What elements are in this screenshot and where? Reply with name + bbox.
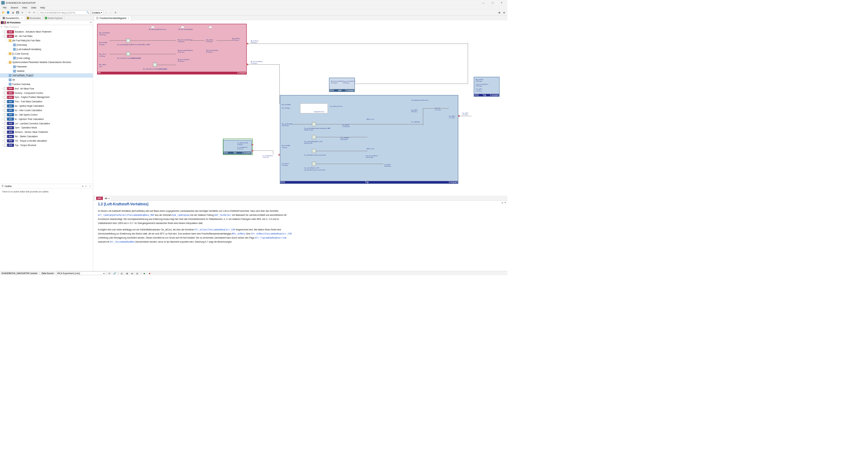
twisty-icon[interactable]: › [1,144,4,146]
grid1-icon[interactable]: ▥ [120,272,123,275]
print-icon[interactable]: 🖶 [11,11,15,15]
menu-view[interactable]: View [20,6,29,9]
tree-item[interactable]: ›EHAEpm - Engine Position Management [0,95,93,100]
tree-item[interactable]: Afr [0,78,93,82]
tree-item[interactable]: [Luft-Kraftstoff-Verhältnis] [0,47,93,52]
checkbox[interactable] [4,100,7,103]
lookup-block[interactable] [126,52,130,56]
close-button[interactable]: ✕ [497,0,506,5]
tqs2-block[interactable]: EH2TqsCompact Afr_facRatio 0.870 grav Tq… [474,77,499,97]
scroll-up-icon[interactable]: ▲ [501,202,503,204]
diagram-canvas[interactable]: AfrCompact Eps_rpmEngSpd 231.00 rpm Afr_… [93,20,508,196]
tree-item[interactable]: AirFuelRatio_Project [0,73,93,78]
tree-item[interactable]: ›EH2Sensors - Sensor Value Treatment [0,130,93,134]
tab-bookmarks[interactable]: Bookmarks [25,16,42,20]
unit-block[interactable]: EH1unitCompact Afr_facLambdaReq 0.124 gr… [329,78,355,92]
checkbox[interactable] [4,87,7,90]
tab-afr-doc[interactable]: EHA Afr × [94,196,112,200]
twisty-icon[interactable]: › [1,118,4,120]
twisty-icon[interactable]: › [1,114,4,116]
twisty-icon[interactable]: › [1,109,4,111]
close-tab-icon[interactable]: × [128,17,129,19]
lookup-block[interactable] [312,122,316,126]
link-icon[interactable]: 🔗 [113,272,116,275]
tree-item[interactable]: ⌄Systemconstant-Parameter-Variable-Class… [0,60,93,65]
search-mode-combo[interactable]: Contains ▾ [91,11,103,15]
lookup-block[interactable] [312,135,316,139]
close-tab-icon[interactable]: × [21,17,23,19]
tqs-block[interactable]: EH2TqsCompact EngSpedControl Tqs_tqSearc… [280,95,458,184]
twisty-icon[interactable]: › [1,87,4,90]
grid3-icon[interactable]: ▤ [131,272,134,275]
forward-icon[interactable]: ⟳ [32,11,36,15]
minimize-icon[interactable]: ▭ [85,185,87,187]
scroll-down-icon[interactable]: ▼ [504,202,506,204]
filter-row[interactable]: ⧨ Filter Functions [0,25,93,29]
checkbox[interactable] [4,122,7,125]
checkbox[interactable] [4,140,7,142]
twisty-icon[interactable]: ⌄ [5,61,8,64]
checkbox[interactable] [4,113,7,116]
search-icon[interactable]: 🔍 [86,11,89,14]
maximize-button[interactable]: ▢ [488,0,497,5]
checkbox[interactable] [4,131,7,134]
play-icon[interactable]: ▶ [143,272,146,275]
tree-item[interactable]: ›EH1Isc - Idle Speed Control [0,112,93,117]
tree-item[interactable]: ›EHADummy - Component Control [0,91,93,95]
afr-block[interactable]: AfrCompact Eps_rpmEngSpd 231.00 rpm Afr_… [97,24,246,75]
tree-item[interactable]: ›EH2Stc - Starter Calculation [0,134,93,139]
tree-item[interactable]: ›EH2Opm - Operation Mode [0,126,93,130]
grid2-icon[interactable]: ▦ [125,272,129,275]
tab-model-explorer[interactable]: Model Explorer [43,16,64,20]
tree-item[interactable]: ›EH1Itc - Injection Time Calculation [0,117,93,121]
twisty-icon[interactable]: › [1,100,4,103]
twisty-icon[interactable]: › [1,122,4,125]
twisty-icon[interactable]: › [1,131,4,133]
collapse-all-icon[interactable]: ⊟ [89,21,92,24]
tree-item[interactable]: ›EHAActuators - Actuators Value Treatmen… [0,30,93,34]
close-outline-icon[interactable]: × [82,185,83,187]
next-result-icon[interactable]: ↓ [108,11,113,15]
tree-item[interactable]: ›EH1Fmc - Fuel Mass Calculation [0,99,93,104]
checkbox[interactable] [4,109,7,112]
export-icon[interactable]: ⇲ [20,11,25,15]
checkbox[interactable] [4,91,7,94]
minimize-button[interactable]: — [479,0,488,5]
options-icon[interactable]: ⚙ [113,11,118,15]
perspective-icon[interactable]: ▦ [497,11,501,15]
lookup-block[interactable] [312,149,316,153]
perspective2-icon[interactable]: ▤ [502,11,506,15]
twisty-icon[interactable]: › [1,127,4,129]
doc-body[interactable]: ▲ ▼ 1.2 [Luft-Kraftstoff-Verhältnis] Im … [93,201,508,271]
lookup-block[interactable] [126,39,130,43]
tab-function-overview-diagram[interactable]: FunctionOverviewDiagram1 × [94,16,131,20]
checkbox[interactable] [4,30,7,33]
twisty-icon[interactable]: › [1,92,4,94]
tab-document-explorer[interactable]: Document Ex... × [1,16,24,20]
checkbox[interactable] [4,135,7,138]
lookup-block[interactable] [312,162,316,166]
close-tab-icon[interactable]: × [108,197,110,200]
open-folder-icon[interactable]: 📂 [1,11,6,15]
tree-item[interactable]: ⌄[Air Fuel Ratio] Air Fuel Ratio [0,38,93,43]
tree-item[interactable]: ›EH2T2t - Torque to throttle calculation [0,139,93,143]
search-input[interactable]: Find in EHANDBOOK file(s) (Ctrl+H) 🔍 [39,11,91,15]
menu-file[interactable]: File [1,6,8,9]
function-tree[interactable]: ›EHAActuators - Actuators Value Treatmen… [0,29,93,184]
checkbox[interactable] [4,35,7,38]
tree-item[interactable]: ⌄EHAAfr - Air Fuel Ratio [0,34,93,39]
save-icon[interactable]: 💾 [16,11,20,15]
checkbox[interactable] [4,118,7,120]
twisty-icon[interactable]: ⌄ [5,39,8,42]
tree-item[interactable]: Parameter [0,65,93,69]
maximize-icon[interactable]: ▯ [88,185,91,187]
back-icon[interactable]: ⟲ [27,11,32,15]
checkbox[interactable] [4,105,7,107]
grid4-icon[interactable]: ▧ [136,272,139,275]
twisty-icon[interactable]: › [1,31,4,33]
twisty-icon[interactable]: ⌄ [1,35,4,38]
lookup-block[interactable] [153,63,157,67]
tree-item[interactable]: [Code Listing] [0,56,93,60]
tree-item[interactable]: ›EH2Lcc - Lambda Correction Calculation [0,121,93,126]
twisty-icon[interactable]: › [1,105,4,107]
